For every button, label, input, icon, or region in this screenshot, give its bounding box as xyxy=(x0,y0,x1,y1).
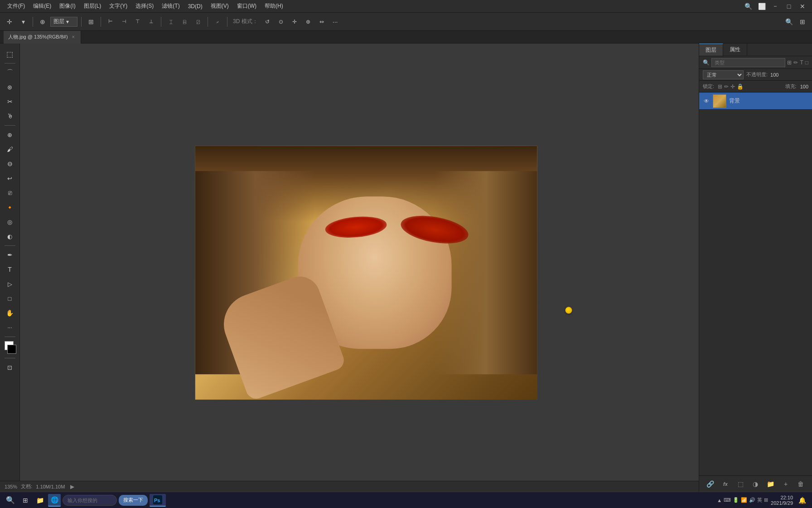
shape-filter-icon[interactable]: □ xyxy=(805,59,808,66)
arrange-icon[interactable]: ⊞ xyxy=(797,16,808,28)
ime-grid-icon[interactable]: ⊞ xyxy=(764,497,768,503)
taskbar-search-input[interactable] xyxy=(63,495,117,506)
eraser-tool-icon[interactable]: ⎚ xyxy=(3,186,17,200)
more-options-icon[interactable]: ··· xyxy=(329,16,341,28)
add-mask-icon[interactable]: ⬚ xyxy=(735,479,745,489)
align-center-icon[interactable]: ⊣ xyxy=(118,16,130,28)
status-arrow[interactable]: ▶ xyxy=(70,484,74,490)
history-brush-icon[interactable]: ↩ xyxy=(3,171,17,185)
menu-layer[interactable]: 图层(L) xyxy=(80,1,105,11)
layers-dropdown[interactable]: 图层▾ xyxy=(50,17,77,27)
fill-value[interactable]: 100 xyxy=(800,84,808,89)
browser-icon-btn[interactable]: 🌐 xyxy=(48,494,61,507)
layer-comp-icon[interactable]: ⊕ xyxy=(37,16,48,28)
taskbar-search-button[interactable]: 搜索一下 xyxy=(119,495,148,506)
lock-paint-icon[interactable]: ✏ xyxy=(724,83,729,90)
layers-search-input[interactable] xyxy=(711,58,785,67)
adjustment-layer-icon[interactable]: ◑ xyxy=(750,479,760,489)
maximize-icon[interactable]: □ xyxy=(783,0,795,12)
crop-tool-icon[interactable]: ✂ xyxy=(3,95,17,108)
align-hleft-icon[interactable]: ⌿ xyxy=(212,16,223,28)
tab-properties[interactable]: 属性 xyxy=(723,44,747,56)
tab-close-icon[interactable]: × xyxy=(71,34,76,40)
new-layer-icon[interactable]: + xyxy=(781,479,791,489)
3d-scale-icon[interactable]: ⇔ xyxy=(316,16,328,28)
paint-bucket-icon[interactable]: 🔸 xyxy=(3,200,17,214)
marquee-tool-icon[interactable]: ⬚ xyxy=(3,47,17,61)
link-layers-icon[interactable]: 🔗 xyxy=(706,479,715,489)
menu-filter[interactable]: 滤镜(T) xyxy=(158,1,183,11)
tray-keyboard-icon[interactable]: ⌨ xyxy=(724,497,731,503)
opacity-value[interactable]: 100 xyxy=(770,72,784,78)
type-filter-icon[interactable]: T xyxy=(800,59,803,66)
pixel-filter-icon[interactable]: ⊞ xyxy=(787,59,792,66)
tray-arrow-icon[interactable]: ▲ xyxy=(717,498,722,503)
tray-network-icon[interactable]: 📶 xyxy=(741,497,747,503)
new-group-icon[interactable]: 📁 xyxy=(766,479,776,489)
menu-help[interactable]: 帮助(H) xyxy=(261,1,287,11)
menu-view[interactable]: 视图(V) xyxy=(207,1,232,11)
blend-mode-dropdown[interactable]: 正常 xyxy=(703,70,744,79)
align-vcenter-icon[interactable]: ⌸ xyxy=(179,16,190,28)
adjust-filter-icon[interactable]: ✏ xyxy=(793,59,798,66)
ime-label[interactable]: 英 xyxy=(757,497,762,503)
layer-item-background[interactable]: 👁 背景 xyxy=(699,93,812,110)
healing-brush-icon[interactable]: ⊕ xyxy=(3,128,17,142)
minimize-icon[interactable]: － xyxy=(769,0,781,12)
align-top-icon[interactable]: ⌶ xyxy=(165,16,177,28)
path-select-icon[interactable]: ▷ xyxy=(3,277,17,291)
clock-display[interactable]: 22:10 2021/9/29 xyxy=(771,495,793,506)
more-tools-icon[interactable]: ··· xyxy=(3,321,17,334)
fx-icon[interactable]: fx xyxy=(720,479,730,489)
align-distribute-icon[interactable]: ⊥ xyxy=(145,16,157,28)
delete-layer-icon[interactable]: 🗑 xyxy=(796,479,806,489)
menu-window[interactable]: 窗口(W) xyxy=(233,1,260,11)
search-icon[interactable]: 🔍 xyxy=(742,0,754,12)
shape-tool-icon[interactable]: □ xyxy=(3,292,17,305)
blur-tool-icon[interactable]: ◎ xyxy=(3,215,17,229)
photo-canvas[interactable] xyxy=(195,146,537,400)
3d-pan-icon[interactable]: ✛ xyxy=(289,16,300,28)
file-manager-btn[interactable]: 📁 xyxy=(34,494,46,507)
dodge-tool-icon[interactable]: ◐ xyxy=(3,230,17,243)
search-toolbar-icon[interactable]: 🔍 xyxy=(783,16,795,28)
artboard-tool-icon[interactable]: ⊡ xyxy=(3,361,17,374)
menu-3d[interactable]: 3D(D) xyxy=(184,2,206,11)
move-tool-icon[interactable]: ✛ xyxy=(4,16,15,28)
tool-options-arrow[interactable]: ▾ xyxy=(17,16,29,28)
lasso-tool-icon[interactable]: ⌒ xyxy=(3,66,17,79)
brush-tool-icon[interactable]: 🖌 xyxy=(3,142,17,156)
task-view-btn[interactable]: ⊞ xyxy=(19,494,32,507)
menu-file[interactable]: 文件(F) xyxy=(4,1,29,11)
3d-orbit-icon[interactable]: ⊙ xyxy=(275,16,287,28)
text-tool-icon[interactable]: T xyxy=(3,263,17,276)
lock-position-icon[interactable]: ✛ xyxy=(730,83,735,90)
eyedropper-tool-icon[interactable]: 🖰 xyxy=(3,109,17,123)
tab-layers[interactable]: 图层 xyxy=(699,44,723,56)
menu-select[interactable]: 选择(S) xyxy=(132,1,157,11)
tray-volume-icon[interactable]: 🔊 xyxy=(749,497,755,503)
menu-edit[interactable]: 编辑(E) xyxy=(29,1,55,11)
3d-rotate-icon[interactable]: ↺ xyxy=(261,16,273,28)
windows-search-icon[interactable]: 🔍 xyxy=(4,494,17,507)
lock-pixel-icon[interactable]: ⊞ xyxy=(718,83,722,90)
menu-image[interactable]: 图像(I) xyxy=(56,1,79,11)
pen-tool-icon[interactable]: ✒ xyxy=(3,248,17,262)
resize-icon[interactable]: ⬜ xyxy=(756,0,768,12)
transform-icon[interactable]: ⊞ xyxy=(85,16,97,28)
quick-select-icon[interactable]: ⊛ xyxy=(3,80,17,94)
tray-battery-icon[interactable]: 🔋 xyxy=(733,497,739,503)
background-color[interactable] xyxy=(7,345,16,354)
photoshop-taskbar-btn[interactable]: Ps xyxy=(150,494,166,507)
layer-visibility-toggle[interactable]: 👁 xyxy=(703,98,710,105)
close-icon[interactable]: ✕ xyxy=(797,0,808,12)
align-right-icon[interactable]: ⊤ xyxy=(132,16,144,28)
notification-btn[interactable]: 🔔 xyxy=(796,494,808,507)
3d-slide-icon[interactable]: ⊕ xyxy=(302,16,314,28)
menu-text[interactable]: 文字(Y) xyxy=(106,1,131,11)
align-left-icon[interactable]: ⊢ xyxy=(105,16,116,28)
align-bottom-icon[interactable]: ⍁ xyxy=(192,16,204,28)
document-tab[interactable]: 人物.jpg @ 135%(RGB/8#) × xyxy=(4,31,81,44)
lock-all-icon[interactable]: 🔒 xyxy=(737,83,744,90)
clone-stamp-icon[interactable]: ⊖ xyxy=(3,157,17,171)
